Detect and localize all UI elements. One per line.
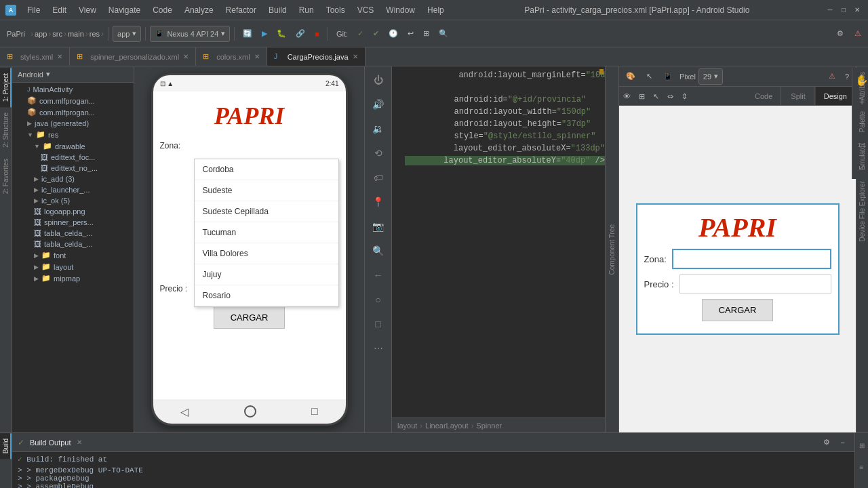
device-dropdown[interactable]: 📱 Nexus 4 API 24 ▾ xyxy=(150,26,230,42)
tree-com1[interactable]: 📦 com.mlfprogan... xyxy=(12,95,134,106)
design-zona-field[interactable] xyxy=(672,249,831,269)
tree-mainactivity[interactable]: J MainActivity xyxy=(12,84,134,95)
palette-icon-btn[interactable]: 🎨 xyxy=(622,67,639,86)
grid-view-icon[interactable]: ⊞ xyxy=(635,87,649,106)
home-button-phone[interactable] xyxy=(244,405,256,418)
cursor-icon-btn[interactable]: ↖ xyxy=(642,67,656,86)
tab-close-spinner[interactable]: ✕ xyxy=(183,53,189,60)
history-button[interactable]: 🕐 xyxy=(384,24,402,43)
tab-spinner-xml[interactable]: ⊞ spinner_personalizado.xml ✕ xyxy=(70,47,196,66)
stop-button[interactable]: ■ xyxy=(311,24,323,43)
tab-styles-xml[interactable]: ⊞ styles.xml ✕ xyxy=(0,47,70,66)
tree-res[interactable]: ▼ 📁 res xyxy=(12,129,134,140)
menu-edit[interactable]: Edit xyxy=(47,4,72,16)
git-check[interactable]: ✓ xyxy=(353,24,368,43)
search-everywhere[interactable]: 🔍 xyxy=(435,24,452,43)
error-icon-btn[interactable]: ⚠ xyxy=(825,67,840,86)
android-dropdown[interactable]: ▾ xyxy=(46,70,50,79)
volume-up-btn[interactable]: 🔊 xyxy=(369,95,388,114)
vtab-device-file[interactable]: Device File Explorer xyxy=(856,176,868,247)
tab-colors-xml[interactable]: ⊞ colors.xml ✕ xyxy=(196,47,267,66)
more-btn[interactable]: ⋯ xyxy=(369,339,388,358)
dropdown-item-rosario[interactable]: Rosario xyxy=(195,285,338,306)
location-btn[interactable]: 📍 xyxy=(369,192,388,211)
tree-logoapp[interactable]: 🖼 logoapp.png xyxy=(12,206,134,217)
design-cargar-button[interactable]: CARGAR xyxy=(702,299,774,321)
tree-edittext-foc[interactable]: 🖼 edittext_foc... xyxy=(12,152,134,163)
vtab-build[interactable]: Build xyxy=(0,433,12,459)
settings-button[interactable]: ⚙ xyxy=(833,24,848,43)
maximize-button[interactable]: □ xyxy=(838,5,849,16)
volume-down-btn[interactable]: 🔉 xyxy=(369,119,388,138)
zoom-dropdown[interactable]: 29 ▾ xyxy=(698,68,723,85)
tree-font[interactable]: ▶ 📁 font xyxy=(12,249,134,261)
tag-btn[interactable]: 🏷 xyxy=(369,168,388,187)
rotate-btn[interactable]: ⟲ xyxy=(369,144,388,163)
code-content[interactable]: android:layout_marginLeft="10dp"/> andro… xyxy=(392,66,605,418)
attach-button[interactable]: 🔗 xyxy=(292,24,309,43)
menu-file[interactable]: File xyxy=(22,4,45,16)
menu-window[interactable]: Window xyxy=(380,4,420,16)
tree-spinner-pers[interactable]: 🖼 spinner_pers... xyxy=(12,217,134,228)
vtab-attributes[interactable]: Attributes xyxy=(856,66,868,106)
menu-run[interactable]: Run xyxy=(294,4,319,16)
vtab-emulator[interactable]: Emulator xyxy=(856,138,868,176)
vertical-link-icon[interactable]: ⇕ xyxy=(677,87,692,106)
tab-close-styles[interactable]: ✕ xyxy=(57,53,62,60)
vtab-favorites[interactable]: 2: Favorites xyxy=(0,153,12,199)
undo-button[interactable]: ↩ xyxy=(403,24,418,43)
vtab-project[interactable]: 1: Project xyxy=(0,68,12,107)
dropdown-item-tucuman[interactable]: Tucuman xyxy=(195,222,338,243)
tree-ic-add[interactable]: ▶ ic_add (3) xyxy=(12,174,134,184)
toolbar-app-name[interactable]: PaPri xyxy=(3,24,29,43)
menu-help[interactable]: Help xyxy=(422,4,450,16)
build-settings-btn[interactable]: ⚙ xyxy=(819,433,834,452)
power-btn[interactable]: ⏻ xyxy=(369,70,388,89)
recents-button-phone[interactable]: □ xyxy=(311,405,318,418)
build-minimize-btn[interactable]: − xyxy=(837,433,849,452)
square-btn[interactable]: □ xyxy=(369,314,388,333)
build-sidebar-icon1[interactable]: ⊞ xyxy=(852,436,869,455)
cargar-button-phone[interactable]: CARGAR xyxy=(214,306,285,329)
tab-cargaprecios-java[interactable]: J CargaPrecios.java ✕ xyxy=(267,47,366,66)
build-output-tab[interactable]: Build Output xyxy=(30,439,71,447)
notification-button[interactable]: ⚠ xyxy=(850,24,865,43)
dropdown-item-jujuy[interactable]: Jujuy xyxy=(195,264,338,285)
menu-view[interactable]: View xyxy=(73,4,102,16)
tab-code[interactable]: Code xyxy=(747,87,781,105)
back-btn[interactable]: ← xyxy=(369,266,388,285)
tree-ic-launcher[interactable]: ▶ ic_launcher_... xyxy=(12,184,134,195)
sync-button[interactable]: 🔄 xyxy=(239,24,256,43)
build-sidebar-icon2[interactable]: ≡ xyxy=(852,458,869,476)
camera-btn[interactable]: 📷 xyxy=(369,217,388,236)
device-icon-btn[interactable]: 📱 xyxy=(659,67,677,86)
close-button[interactable]: ✕ xyxy=(852,5,863,16)
dropdown-item-cordoba[interactable]: Cordoba xyxy=(195,159,338,180)
tree-com2[interactable]: 📦 com.mlfprogan... xyxy=(12,106,134,118)
tree-java-generated[interactable]: ▶ java (generated) xyxy=(12,118,134,129)
link-icon[interactable]: ⇔ xyxy=(663,87,677,106)
tab-split[interactable]: Split xyxy=(783,87,814,105)
structure-button[interactable]: ⊞ xyxy=(419,24,433,43)
tab-design[interactable]: Design xyxy=(816,87,856,105)
tree-edittext-no[interactable]: 🖼 edittext_no_... xyxy=(12,163,134,174)
menu-refactor[interactable]: Refactor xyxy=(220,4,262,16)
tree-mipmap[interactable]: ▶ 📁 mipmap xyxy=(12,272,134,284)
debug-button[interactable]: 🐛 xyxy=(273,24,290,43)
design-precio-field[interactable] xyxy=(679,274,831,293)
tree-ic-ok[interactable]: ▶ ic_ok (5) xyxy=(12,195,134,206)
tab-close-colors[interactable]: ✕ xyxy=(254,53,260,60)
dropdown-item-villa-dolores[interactable]: Villa Dolores xyxy=(195,243,338,264)
menu-code[interactable]: Code xyxy=(147,4,178,16)
build-output-close[interactable]: ✕ xyxy=(77,439,82,446)
menu-analyze[interactable]: Analyze xyxy=(179,4,219,16)
git-tick[interactable]: ✔ xyxy=(369,24,383,43)
menu-vcs[interactable]: VCS xyxy=(352,4,380,16)
vtab-structure[interactable]: 2: Structure xyxy=(0,107,12,153)
tree-tabla2[interactable]: 🖼 tabla_celda_... xyxy=(12,239,134,249)
tree-layout[interactable]: ▶ 📁 layout xyxy=(12,261,134,272)
dropdown-item-sudeste[interactable]: Sudeste xyxy=(195,180,338,201)
circle-btn[interactable]: ○ xyxy=(369,290,388,309)
vtab-palette[interactable]: Palette xyxy=(856,106,868,138)
tab-close-java[interactable]: ✕ xyxy=(353,53,358,60)
